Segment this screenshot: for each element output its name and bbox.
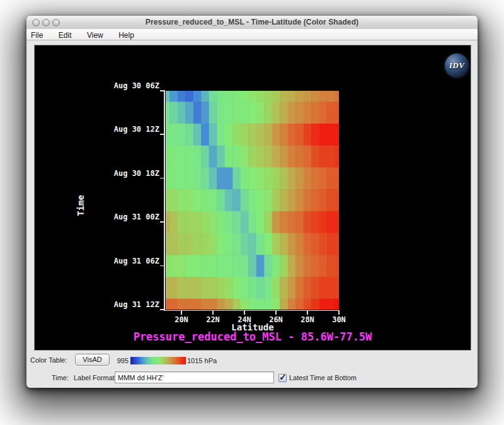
y-axis-line — [164, 90, 165, 310]
y-tick — [160, 90, 164, 91]
x-tick-label: 24N — [229, 315, 260, 324]
y-tick — [160, 178, 164, 179]
display-panel[interactable]: IDV Time Latitude Pressure_reduced_to_MS… — [34, 45, 471, 351]
label-format-input[interactable] — [115, 371, 274, 383]
x-tick — [338, 311, 340, 315]
x-tick-label: 20N — [166, 315, 197, 324]
latest-time-checkbox[interactable] — [278, 374, 287, 382]
x-tick-label: 28N — [292, 315, 323, 324]
menu-file[interactable]: File — [26, 30, 49, 40]
x-tick — [244, 311, 245, 315]
app-window: Pressure_reduced_to_MSL - Time-Latitude … — [26, 16, 478, 388]
latest-time-checkbox-label[interactable]: Latest Time at Bottom — [289, 374, 357, 381]
x-axis-line — [164, 310, 340, 311]
idv-logo: IDV — [445, 54, 469, 78]
heatmap-canvas[interactable] — [166, 91, 339, 310]
x-tick-label: 26N — [260, 315, 292, 324]
y-tick-label: Aug 31 00Z — [90, 212, 159, 221]
x-tick — [181, 311, 182, 315]
colorbar — [130, 357, 186, 364]
y-axis-title: Time — [76, 185, 86, 226]
x-tick-label: 22N — [197, 315, 229, 324]
menu-bar: File Edit View Help — [26, 29, 478, 40]
colorbar-max-label: 1015 hPa — [187, 357, 217, 364]
x-tick — [212, 311, 214, 315]
menu-view[interactable]: View — [81, 30, 110, 40]
y-tick — [160, 265, 164, 267]
label-format-label: Label Format: — [74, 374, 117, 381]
idv-logo-text: IDV — [445, 61, 469, 71]
menu-edit[interactable]: Edit — [52, 30, 78, 40]
color-table-label: Color Table: — [30, 356, 67, 364]
y-tick — [160, 309, 164, 310]
y-tick — [160, 134, 164, 135]
x-tick-label: 30N — [323, 315, 355, 324]
y-tick — [160, 221, 164, 223]
y-tick-label: Aug 30 12Z — [90, 125, 159, 134]
menu-help[interactable]: Help — [112, 30, 140, 40]
y-tick-label: Aug 31 06Z — [90, 257, 159, 265]
visad-color-table-button[interactable]: VisAD — [75, 354, 110, 366]
time-section-label: Time: — [42, 374, 69, 381]
window-title: Pressure_reduced_to_MSL - Time-Latitude … — [26, 18, 478, 26]
x-tick — [275, 311, 277, 315]
y-tick-label: Aug 31 12Z — [90, 300, 159, 309]
title-bar[interactable]: Pressure_reduced_to_MSL - Time-Latitude … — [26, 16, 478, 30]
x-tick — [307, 311, 308, 315]
y-tick-label: Aug 30 06Z — [90, 81, 159, 90]
y-tick-label: Aug 30 18Z — [90, 169, 159, 178]
plot-title: Pressure_reduced_to_MSL - 85.6W-77.5W — [95, 330, 410, 343]
colorbar-min-label: 995 — [115, 357, 129, 364]
